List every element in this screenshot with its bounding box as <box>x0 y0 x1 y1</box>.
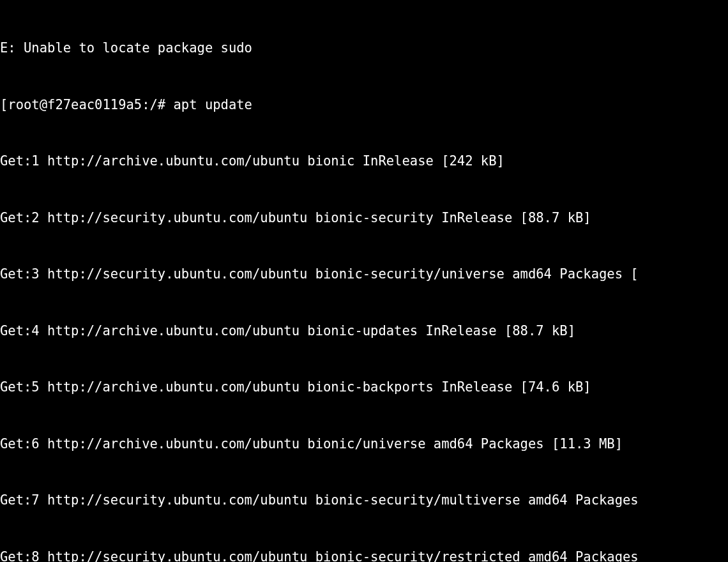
terminal-window[interactable]: E: Unable to locate package sudo [root@f… <box>0 0 728 562</box>
terminal-output-line: Get:6 http://archive.ubuntu.com/ubuntu b… <box>0 435 728 454</box>
terminal-prompt-line: [root@f27eac0119a5:/# apt update <box>0 96 728 115</box>
terminal-output-line: Get:8 http://security.ubuntu.com/ubuntu … <box>0 548 728 563</box>
terminal-output-line: Get:5 http://archive.ubuntu.com/ubuntu b… <box>0 378 728 397</box>
terminal-output-line: Get:3 http://security.ubuntu.com/ubuntu … <box>0 265 728 284</box>
terminal-output-line: Get:1 http://archive.ubuntu.com/ubuntu b… <box>0 152 728 171</box>
terminal-output-line: Get:4 http://archive.ubuntu.com/ubuntu b… <box>0 322 728 341</box>
terminal-output-line: Get:7 http://security.ubuntu.com/ubuntu … <box>0 491 728 510</box>
terminal-output-line: E: Unable to locate package sudo <box>0 39 728 58</box>
terminal-output-line: Get:2 http://security.ubuntu.com/ubuntu … <box>0 209 728 228</box>
